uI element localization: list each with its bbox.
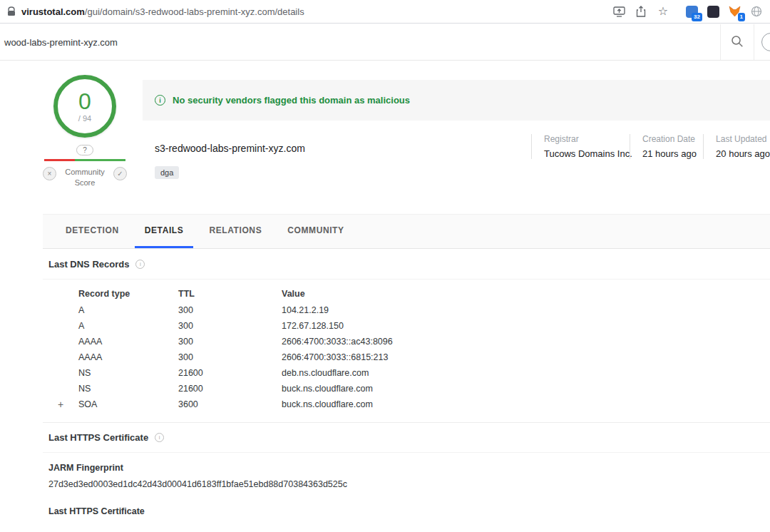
record-value: 172.67.128.150 bbox=[282, 321, 770, 331]
detection-score-value: 0 bbox=[78, 90, 91, 113]
tab-community[interactable]: COMMUNITY bbox=[277, 215, 354, 248]
record-value: deb.ns.cloudflare.com bbox=[282, 368, 770, 378]
dns-record-row: + SOA 3600 buck.ns.cloudflare.com bbox=[43, 397, 770, 412]
detection-score-total: / 94 bbox=[78, 114, 91, 123]
record-ttl: 3600 bbox=[178, 399, 282, 409]
vote-malicious-button[interactable]: × bbox=[43, 167, 56, 180]
extension-badge: 32 bbox=[692, 13, 702, 21]
expand-soa-icon[interactable]: + bbox=[43, 399, 78, 410]
meta-value: 20 hours ago bbox=[716, 148, 770, 159]
share-icon[interactable] bbox=[635, 5, 647, 18]
dns-table-header: Record type TTL Value bbox=[43, 285, 770, 302]
metamask-fox-icon[interactable]: 1 bbox=[729, 6, 741, 18]
verdict-banner-text: No security vendors flagged this domain … bbox=[173, 95, 410, 106]
certificate-dump: Data: Version: V3 bbox=[43, 522, 770, 532]
meta-last-updated: Last Updated 20 hours ago bbox=[703, 134, 770, 159]
dns-record-row: NS 21600 buck.ns.cloudflare.com bbox=[43, 381, 770, 397]
tab-relations[interactable]: RELATIONS bbox=[199, 215, 272, 248]
record-ttl: 21600 bbox=[178, 384, 282, 394]
bookmark-star-icon[interactable]: ☆ bbox=[657, 5, 669, 18]
extension-icon-blue[interactable]: 32 bbox=[686, 6, 698, 18]
search-button[interactable] bbox=[720, 24, 754, 60]
detection-score-circle: 0 / 94 bbox=[53, 75, 116, 138]
dns-records-title: Last DNS Records bbox=[48, 259, 129, 270]
domain-report-header: 0 / 94 ? × Community Score ✓ i No securi… bbox=[0, 61, 770, 214]
certificate-data-label: Last HTTPS Certificate bbox=[43, 506, 770, 516]
record-value: buck.ns.cloudflare.com bbox=[282, 399, 770, 409]
info-icon: i bbox=[155, 95, 165, 106]
community-score-hint-badge[interactable]: ? bbox=[76, 145, 93, 155]
search-input[interactable]: wood-labs-premint-xyz.com bbox=[0, 37, 720, 48]
meta-label: Creation Date bbox=[642, 134, 703, 144]
details-tab-content: Last DNS Records i Record type TTL Value… bbox=[43, 250, 770, 532]
record-value: 2606:4700:3033::6815:213 bbox=[282, 352, 770, 362]
record-type: NS bbox=[78, 384, 178, 394]
record-type: A bbox=[78, 305, 178, 315]
extension-badge: 1 bbox=[738, 13, 745, 21]
url-domain: virustotal.com bbox=[21, 6, 85, 17]
column-record-type: Record type bbox=[78, 289, 178, 299]
record-type: NS bbox=[78, 368, 178, 378]
url-path: /gui/domain/s3-redwood-labs-premint-xyz.… bbox=[85, 6, 304, 17]
vote-harmless-button[interactable]: ✓ bbox=[113, 167, 127, 180]
meta-creation-date: Creation Date 21 hours ago bbox=[630, 134, 703, 159]
domain-name: s3-redwood-labs-premint-xyz.com bbox=[155, 143, 305, 154]
vt-search-bar: wood-labs-premint-xyz.com bbox=[0, 24, 770, 61]
record-type: A bbox=[78, 321, 178, 331]
meta-value: 21 hours ago bbox=[642, 148, 703, 159]
record-ttl: 300 bbox=[178, 305, 282, 315]
meta-label: Registrar bbox=[544, 134, 630, 144]
extension-icon-dark[interactable] bbox=[707, 6, 719, 18]
jarm-fingerprint-value: 27d3ed3ed0003ed1dc42d43d00041d6183ff1bfa… bbox=[43, 479, 770, 489]
meta-registrar: Registrar Tucows Domains Inc. bbox=[531, 134, 630, 159]
record-value: 2606:4700:3033::ac43:8096 bbox=[282, 337, 770, 347]
record-value: buck.ns.cloudflare.com bbox=[282, 384, 770, 394]
report-tabs: DETECTION DETAILS RELATIONS COMMUNITY bbox=[43, 214, 770, 249]
record-ttl: 21600 bbox=[178, 368, 282, 378]
browser-address-bar: virustotal.com/gui/domain/s3-redwood-lab… bbox=[0, 0, 770, 24]
browser-actions: ☆ 32 1 bbox=[612, 5, 763, 18]
tab-detection[interactable]: DETECTION bbox=[56, 215, 129, 248]
record-ttl: 300 bbox=[178, 321, 282, 331]
dns-record-row: AAAA 300 2606:4700:3033::ac43:8096 bbox=[43, 334, 770, 349]
https-certificate-section-header: Last HTTPS Certificate i bbox=[43, 423, 770, 453]
community-score-label: Community Score bbox=[62, 167, 108, 188]
dns-records-section-header: Last DNS Records i bbox=[43, 250, 770, 280]
meta-label: Last Updated bbox=[716, 134, 770, 144]
dns-record-row: AAAA 300 2606:4700:3033::6815:213 bbox=[43, 349, 770, 365]
record-type: AAAA bbox=[78, 337, 178, 347]
domain-meta-row: Registrar Tucows Domains Inc. Creation D… bbox=[531, 134, 770, 159]
lock-icon[interactable] bbox=[7, 6, 16, 16]
info-icon[interactable]: i bbox=[155, 433, 164, 442]
column-ttl: TTL bbox=[178, 289, 282, 299]
record-type: SOA bbox=[78, 399, 178, 409]
record-value: 104.21.2.19 bbox=[282, 305, 770, 315]
record-ttl: 300 bbox=[178, 337, 282, 347]
verdict-banner: i No security vendors flagged this domai… bbox=[143, 80, 770, 121]
meta-value: Tucows Domains Inc. bbox=[544, 148, 630, 159]
https-certificate-section: Last HTTPS Certificate i JARM Fingerprin… bbox=[43, 422, 770, 532]
globe-icon[interactable] bbox=[750, 5, 763, 18]
jarm-fingerprint-label: JARM Fingerprint bbox=[43, 463, 770, 473]
record-ttl: 300 bbox=[178, 352, 282, 362]
tab-details[interactable]: DETAILS bbox=[135, 215, 194, 248]
url-text[interactable]: virustotal.com/gui/domain/s3-redwood-lab… bbox=[21, 6, 304, 17]
dns-record-row: NS 21600 deb.ns.cloudflare.com bbox=[43, 365, 770, 381]
search-icon bbox=[731, 35, 744, 50]
profile-avatar[interactable] bbox=[761, 33, 770, 51]
dns-record-row: A 300 104.21.2.19 bbox=[43, 302, 770, 318]
community-vote-row: × Community Score ✓ bbox=[43, 167, 127, 188]
domain-tag-dga[interactable]: dga bbox=[155, 166, 179, 179]
dns-record-row: A 300 172.67.128.150 bbox=[43, 318, 770, 334]
https-certificate-title: Last HTTPS Certificate bbox=[48, 432, 148, 443]
dns-records-table: Record type TTL Value A 300 104.21.2.19 … bbox=[43, 285, 770, 412]
score-panel: 0 / 94 ? × Community Score ✓ bbox=[43, 75, 127, 188]
record-type: AAAA bbox=[78, 352, 178, 362]
info-icon[interactable]: i bbox=[135, 260, 145, 269]
column-value: Value bbox=[282, 289, 770, 299]
community-score-gradient-bar bbox=[44, 159, 125, 161]
send-to-device-icon[interactable] bbox=[612, 5, 625, 18]
